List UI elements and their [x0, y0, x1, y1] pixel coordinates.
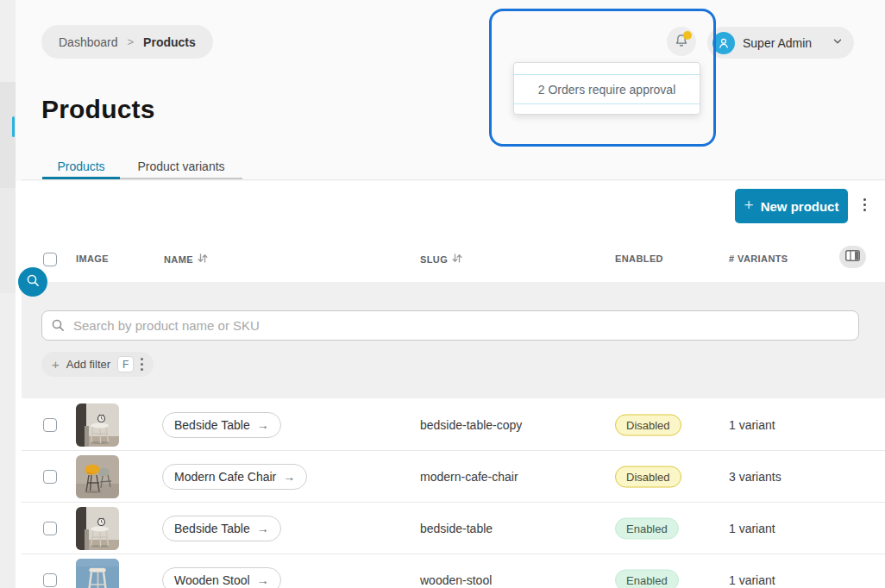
keyboard-shortcut-badge: F	[117, 356, 134, 372]
arrow-right-icon: →	[283, 470, 295, 484]
page-title: Products	[41, 95, 155, 124]
column-header-enabled: ENABLED	[615, 253, 663, 264]
chevron-down-icon	[832, 35, 844, 50]
tab-product-variants[interactable]: Product variants	[120, 155, 242, 178]
notification-dot	[683, 31, 692, 40]
plus-icon: +	[744, 196, 754, 215]
status-badge: Disabled	[615, 414, 681, 435]
arrow-right-icon: →	[257, 573, 269, 587]
column-header-name[interactable]: NAME	[164, 253, 208, 265]
table-row: Wooden Stool → wooden-stool Enabled 1 va…	[22, 554, 885, 588]
collapsed-sidebar[interactable]	[0, 0, 16, 588]
breadcrumb-dashboard[interactable]: Dashboard	[59, 35, 118, 49]
search-field-wrap	[41, 310, 859, 341]
status-badge: Disabled	[615, 466, 681, 487]
product-slug: wooden-stool	[420, 573, 492, 587]
product-image	[76, 403, 119, 447]
table-row: Modern Cafe Chair → modern-cafe-chair Di…	[22, 451, 885, 503]
row-checkbox[interactable]	[43, 418, 57, 432]
row-checkbox[interactable]	[43, 522, 57, 535]
notification-item[interactable]: 2 Orders require approval	[514, 74, 700, 104]
product-table-body: Bedside Table → bedside-table-copy Disab…	[22, 399, 885, 588]
product-image	[76, 507, 119, 550]
column-header-variants: # VARIANTS	[729, 253, 788, 264]
product-name-link[interactable]: Bedside Table →	[162, 516, 281, 541]
arrow-right-icon: →	[257, 522, 269, 535]
product-slug: bedside-table	[420, 522, 493, 535]
table-row: Bedside Table → bedside-table Enabled 1 …	[22, 503, 885, 554]
search-input[interactable]	[41, 310, 859, 341]
filter-kebab-menu[interactable]	[141, 358, 143, 371]
select-all-checkbox[interactable]	[43, 253, 57, 266]
notifications-button[interactable]	[667, 27, 696, 56]
variant-count: 1 variant	[729, 573, 775, 587]
variant-count: 1 variant	[729, 522, 775, 535]
product-slug: modern-cafe-chair	[420, 470, 518, 484]
column-settings-button[interactable]	[839, 246, 866, 268]
user-menu[interactable]: Super Admin	[707, 27, 854, 59]
tabs-divider	[22, 179, 885, 180]
add-filter-button[interactable]: + Add filter F	[41, 352, 154, 377]
status-badge: Enabled	[615, 517, 679, 539]
sort-icon[interactable]	[198, 253, 208, 265]
product-image	[76, 559, 119, 588]
column-header-image: IMAGE	[76, 253, 109, 264]
table-row: Bedside Table → bedside-table-copy Disab…	[22, 399, 885, 451]
product-name-link[interactable]: Modern Cafe Chair →	[162, 464, 307, 490]
sidebar-active-indicator	[12, 116, 15, 137]
avatar	[712, 32, 735, 54]
tab-products[interactable]: Products	[42, 155, 120, 178]
breadcrumb-separator-icon: >	[128, 35, 135, 48]
user-name: Super Admin	[743, 36, 824, 50]
row-checkbox[interactable]	[43, 470, 57, 484]
columns-icon	[845, 250, 860, 264]
breadcrumb-products[interactable]: Products	[143, 35, 196, 49]
product-image	[76, 455, 119, 498]
plus-icon: +	[52, 357, 60, 372]
breadcrumb: Dashboard > Products	[41, 25, 213, 59]
search-icon	[51, 318, 66, 333]
new-product-button[interactable]: + New product	[735, 189, 848, 223]
search-icon	[26, 273, 41, 291]
sort-icon[interactable]	[452, 253, 462, 265]
product-slug: bedside-table-copy	[420, 418, 522, 432]
product-name-link[interactable]: Bedside Table →	[162, 412, 281, 438]
column-header-slug[interactable]: SLUG	[420, 253, 462, 265]
product-name-link[interactable]: Wooden Stool →	[162, 567, 281, 588]
variant-count: 3 variants	[729, 470, 781, 484]
notifications-popup: 2 Orders require approval	[513, 62, 700, 115]
products-admin-screen: Dashboard > Products Super Admin	[0, 0, 885, 588]
arrow-right-icon: →	[257, 418, 269, 432]
sidebar-section	[0, 188, 16, 293]
status-badge: Enabled	[615, 569, 679, 588]
variant-count: 1 variant	[729, 418, 775, 432]
search-fab-button[interactable]	[18, 267, 47, 297]
row-checkbox[interactable]	[43, 573, 57, 587]
toolbar-kebab-menu[interactable]	[863, 198, 866, 211]
